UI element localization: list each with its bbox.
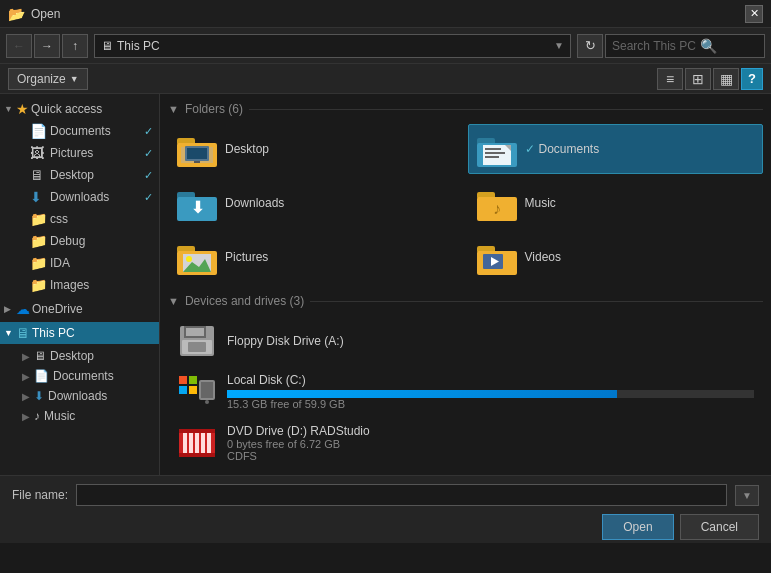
sidebar-item-pictures[interactable]: 🖼 Pictures ✓ [8, 142, 159, 164]
thispc-desktop-label: Desktop [50, 349, 94, 363]
svg-rect-10 [485, 148, 501, 150]
thispc-item-desktop[interactable]: ▶ 🖥 Desktop [16, 346, 159, 366]
check-icon: ✓ [144, 169, 153, 182]
title-bar: 📂 Open ✕ [0, 0, 771, 28]
main-area: ▼ ★ Quick access 📄 Documents ✓ 🖼 Picture… [0, 94, 771, 475]
folder-ida-icon: 📁 [30, 255, 46, 271]
folder-pictures-label: Pictures [225, 250, 268, 264]
thispc-item-documents[interactable]: ▶ 📄 Documents [16, 366, 159, 386]
up-button[interactable]: ↑ [62, 34, 88, 58]
sidebar-item-desktop[interactable]: 🖥 Desktop ✓ [8, 164, 159, 186]
folder-item-music[interactable]: ♪ Music [468, 178, 764, 228]
thispc-header[interactable]: ▼ 🖥 This PC [0, 322, 159, 344]
expand-icon: ▶ [22, 351, 30, 362]
thispc-documents-label: Documents [53, 369, 114, 383]
documents-icon: 📄 [30, 123, 46, 139]
quick-access-label: Quick access [31, 102, 102, 116]
thispc-subitems: ▶ 🖥 Desktop ▶ 📄 Documents ▶ ⬇ Downloads … [0, 344, 159, 428]
sidebar-item-ida[interactable]: 📁 IDA [8, 252, 159, 274]
folder-pictures-icon [177, 239, 217, 275]
svg-rect-5 [187, 148, 207, 159]
sidebar: ▼ ★ Quick access 📄 Documents ✓ 🖼 Picture… [0, 94, 160, 475]
folder-item-desktop[interactable]: Desktop [168, 124, 464, 174]
view-options-button[interactable]: ⊞ [685, 68, 711, 90]
thispc-documents-icon: 📄 [34, 369, 49, 383]
folder-videos-icon [477, 239, 517, 275]
svg-text:♪: ♪ [493, 200, 501, 217]
check-icon: ✓ [144, 147, 153, 160]
folder-item-documents[interactable]: ✓ Documents [468, 124, 764, 174]
devices-label: Devices and drives (3) [185, 294, 304, 308]
address-text: This PC [117, 39, 550, 53]
device-item-floppy[interactable]: Floppy Disk Drive (A:) [168, 316, 763, 366]
folder-documents-label: Documents [539, 142, 600, 156]
sidebar-item-documents[interactable]: 📄 Documents ✓ [8, 120, 159, 142]
thispc-downloads-icon: ⬇ [34, 389, 44, 403]
filename-row: File name: ▼ [0, 476, 771, 510]
dvd-icon [177, 425, 217, 461]
onedrive-icon: ☁ [16, 301, 30, 317]
svg-rect-35 [179, 376, 187, 384]
thispc-label: This PC [32, 326, 75, 340]
folder-images-icon: 📁 [30, 277, 46, 293]
sidebar-item-debug[interactable]: 📁 Debug [8, 230, 159, 252]
folder-item-downloads[interactable]: ⬇ Downloads [168, 178, 464, 228]
folder-css-icon: 📁 [30, 211, 46, 227]
check-icon: ✓ [144, 125, 153, 138]
device-item-localdisk[interactable]: Local Disk (C:) 15.3 GB free of 59.9 GB [168, 366, 763, 417]
dvd-name: DVD Drive (D:) RADStudio [227, 424, 754, 438]
address-bar[interactable]: 🖥 This PC ▼ [94, 34, 571, 58]
sidebar-item-css[interactable]: 📁 css [8, 208, 159, 230]
device-item-dvd[interactable]: DVD Drive (D:) RADStudio 0 bytes free of… [168, 417, 763, 469]
open-button[interactable]: Open [602, 514, 673, 540]
details-view-button[interactable]: ≡ [657, 68, 683, 90]
folder-item-videos[interactable]: Videos [468, 232, 764, 282]
window-icon: 📂 [8, 6, 25, 22]
folder-item-pictures[interactable]: Pictures [168, 232, 464, 282]
close-button[interactable]: ✕ [745, 5, 763, 23]
sidebar-ida-label: IDA [50, 256, 70, 270]
devices-collapse-icon[interactable]: ▼ [168, 295, 179, 307]
expand-icon: ▶ [22, 391, 30, 402]
svg-rect-45 [195, 433, 199, 453]
svg-rect-44 [189, 433, 193, 453]
svg-rect-36 [189, 376, 197, 384]
expand-icon: ▶ [22, 371, 30, 382]
organize-chevron-icon: ▼ [70, 74, 79, 84]
folder-grid: Desktop ✓ Documents [168, 124, 763, 282]
thispc-chevron-icon: ▼ [4, 328, 14, 338]
cancel-button[interactable]: Cancel [680, 514, 759, 540]
localdisk-info: Local Disk (C:) 15.3 GB free of 59.9 GB [227, 373, 754, 410]
onedrive-chevron-icon: ▶ [4, 304, 14, 314]
help-button[interactable]: ? [741, 68, 763, 90]
sidebar-item-images[interactable]: 📁 Images [8, 274, 159, 296]
folder-music-label: Music [525, 196, 556, 210]
sidebar-desktop-label: Desktop [50, 168, 94, 182]
filename-input[interactable] [76, 484, 727, 506]
svg-text:⬇: ⬇ [191, 199, 204, 216]
refresh-button[interactable]: ↻ [577, 34, 603, 58]
search-icon[interactable]: 🔍 [700, 38, 717, 54]
tiles-view-button[interactable]: ▦ [713, 68, 739, 90]
btn-row: Open Cancel [0, 510, 771, 544]
organize-button[interactable]: Organize ▼ [8, 68, 88, 90]
device-list: Floppy Disk Drive (A:) [168, 316, 763, 469]
sidebar-item-downloads[interactable]: ⬇ Downloads ✓ [8, 186, 159, 208]
localdisk-progress-bar [227, 390, 754, 398]
onedrive-label: OneDrive [32, 302, 83, 316]
search-bar[interactable]: Search This PC 🔍 [605, 34, 765, 58]
folder-desktop-label: Desktop [225, 142, 269, 156]
folder-desktop-icon [177, 131, 217, 167]
thispc-item-music[interactable]: ▶ ♪ Music [16, 406, 159, 426]
check-icon: ✓ [144, 191, 153, 204]
filetype-dropdown[interactable]: ▼ [735, 485, 759, 506]
folders-collapse-icon[interactable]: ▼ [168, 103, 179, 115]
onedrive-header[interactable]: ▶ ☁ OneDrive [0, 298, 159, 320]
svg-rect-40 [201, 382, 213, 398]
quick-access-section: ▼ ★ Quick access 📄 Documents ✓ 🖼 Picture… [0, 98, 159, 296]
nav-toolbar: ← → ↑ 🖥 This PC ▼ ↻ Search This PC 🔍 [0, 28, 771, 64]
back-button[interactable]: ← [6, 34, 32, 58]
quick-access-header[interactable]: ▼ ★ Quick access [0, 98, 159, 120]
thispc-item-downloads[interactable]: ▶ ⬇ Downloads [16, 386, 159, 406]
forward-button[interactable]: → [34, 34, 60, 58]
